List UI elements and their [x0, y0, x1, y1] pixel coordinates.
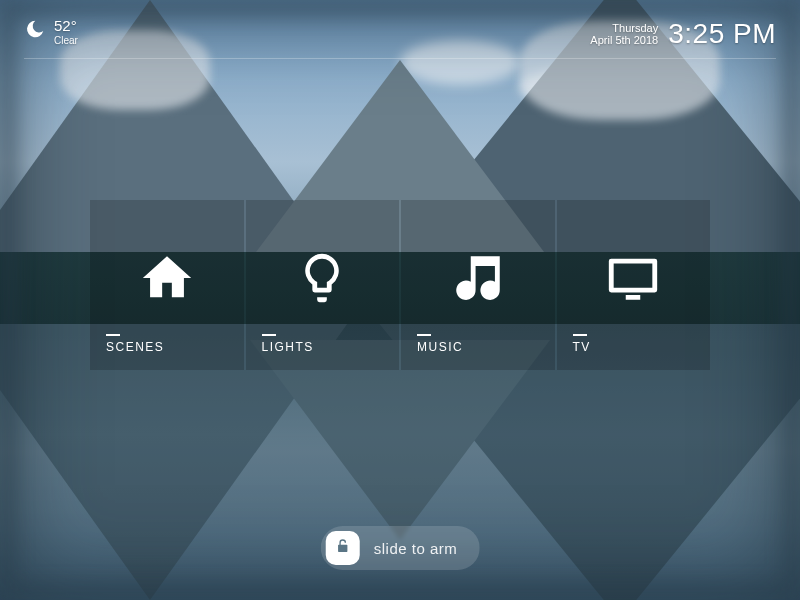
- tile-label: LIGHTS: [262, 340, 384, 354]
- tile-label: MUSIC: [417, 340, 539, 354]
- weather-widget[interactable]: 52° Clear: [24, 18, 78, 46]
- temperature: 52°: [54, 18, 78, 35]
- tile-music[interactable]: MUSIC: [401, 200, 555, 370]
- moon-icon: [24, 18, 46, 44]
- tile-label: SCENES: [106, 340, 228, 354]
- tile-accent: [106, 334, 120, 336]
- header-divider: [24, 58, 776, 59]
- quick-tiles: SCENES LIGHTS MUSIC TV: [90, 200, 710, 370]
- tile-lights[interactable]: LIGHTS: [246, 200, 400, 370]
- tile-label: TV: [573, 340, 695, 354]
- slider-knob[interactable]: [326, 531, 360, 565]
- clock: 3:25 PM: [668, 18, 776, 50]
- date: April 5th 2018: [590, 34, 658, 46]
- tile-accent: [417, 334, 431, 336]
- tile-accent: [573, 334, 587, 336]
- status-bar: 52° Clear Thursday April 5th 2018 3:25 P…: [24, 18, 776, 50]
- weekday: Thursday: [612, 22, 658, 34]
- tv-icon: [573, 222, 695, 334]
- tile-tv[interactable]: TV: [557, 200, 711, 370]
- home-icon: [106, 222, 228, 334]
- weather-condition: Clear: [54, 35, 78, 46]
- tile-scenes[interactable]: SCENES: [90, 200, 244, 370]
- datetime-widget: Thursday April 5th 2018 3:25 PM: [590, 18, 776, 50]
- tile-accent: [262, 334, 276, 336]
- bulb-icon: [262, 222, 384, 334]
- unlock-icon: [335, 538, 351, 558]
- slider-label: slide to arm: [374, 540, 458, 557]
- music-note-icon: [417, 222, 539, 334]
- slide-to-arm[interactable]: slide to arm: [321, 526, 480, 570]
